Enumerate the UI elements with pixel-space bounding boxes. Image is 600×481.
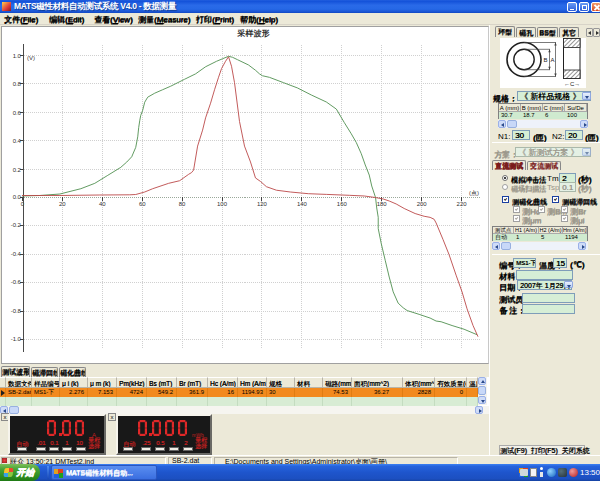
svg-text:20: 20 — [59, 201, 66, 207]
svg-text:(点): (点) — [469, 190, 479, 196]
svg-text:60: 60 — [139, 201, 146, 207]
svg-text:80: 80 — [179, 201, 186, 207]
svg-text:←C→: ←C→ — [564, 81, 580, 87]
svg-text:220: 220 — [457, 201, 468, 207]
svg-text:0: 0 — [21, 201, 25, 207]
svg-text:200: 200 — [417, 201, 428, 207]
svg-text:B: B — [544, 57, 548, 63]
svg-text:180: 180 — [377, 201, 388, 207]
svg-text:A: A — [551, 57, 555, 63]
svg-text:(V): (V) — [27, 55, 35, 61]
svg-text:120: 120 — [257, 201, 268, 207]
svg-text:40: 40 — [99, 201, 106, 207]
svg-text:160: 160 — [337, 201, 348, 207]
svg-text:140: 140 — [297, 201, 308, 207]
svg-text:100: 100 — [217, 201, 228, 207]
svg-text:采样波形: 采样波形 — [237, 29, 271, 38]
